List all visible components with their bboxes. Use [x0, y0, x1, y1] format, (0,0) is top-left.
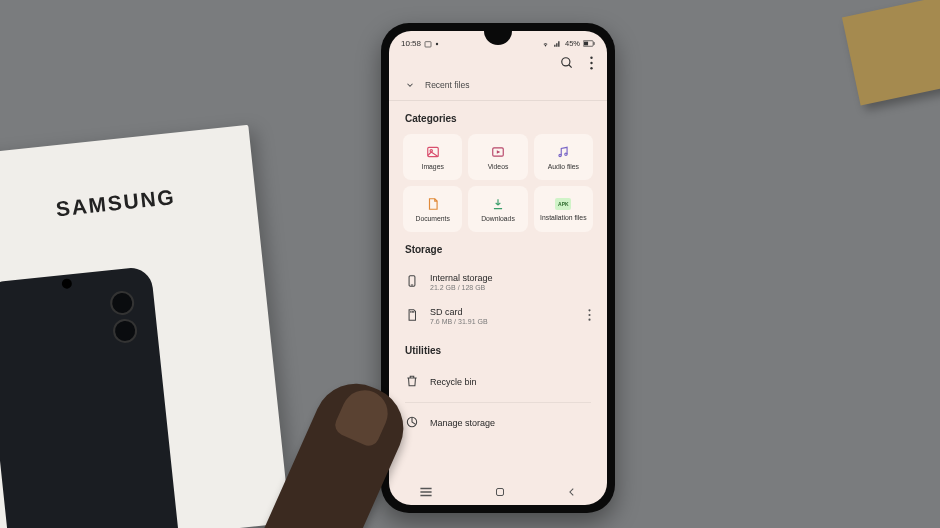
svg-point-14 [559, 154, 561, 156]
apk-icon: APK [555, 198, 571, 210]
svg-point-21 [588, 309, 590, 311]
status-time: 10:58 [401, 39, 421, 48]
nav-recent-button[interactable] [419, 486, 433, 500]
recent-files-label: Recent files [425, 80, 469, 90]
dot-icon [435, 42, 439, 46]
battery-icon [583, 40, 595, 47]
search-button[interactable] [560, 56, 574, 70]
wooden-block [842, 0, 940, 105]
svg-line-6 [569, 65, 572, 68]
svg-point-9 [590, 67, 592, 69]
phone-screen: 10:58 45% Recent files [389, 31, 607, 505]
category-label: Audio files [548, 163, 579, 170]
svg-point-22 [588, 313, 590, 315]
storage-internal[interactable]: Internal storage 21.2 GB / 128 GB [389, 265, 607, 299]
utility-label: Recycle bin [430, 377, 477, 387]
category-videos[interactable]: Videos [468, 134, 527, 180]
audio-icon [556, 145, 570, 159]
signal-icon [553, 40, 562, 48]
storage-sdcard[interactable]: SD card 7.6 MB / 31.91 GB [389, 299, 607, 333]
utilities-title: Utilities [389, 333, 607, 366]
category-label: Documents [415, 215, 449, 222]
svg-point-5 [562, 58, 570, 66]
navigation-bar [389, 481, 607, 505]
svg-point-1 [436, 42, 438, 44]
recent-files-row[interactable]: Recent files [389, 76, 607, 101]
categories-title: Categories [389, 101, 607, 134]
category-label: Videos [488, 163, 509, 170]
document-icon [426, 197, 440, 211]
svg-rect-28 [496, 489, 503, 496]
sdcard-more-button[interactable] [588, 309, 591, 324]
category-images[interactable]: Images [403, 134, 462, 180]
category-documents[interactable]: Documents [403, 186, 462, 232]
battery-percent: 45% [565, 39, 580, 48]
svg-rect-0 [425, 41, 431, 46]
more-vert-icon [590, 56, 593, 70]
category-audio[interactable]: Audio files [534, 134, 593, 180]
home-icon [494, 486, 506, 498]
svg-rect-4 [594, 42, 595, 45]
svg-marker-13 [497, 150, 501, 154]
category-downloads[interactable]: Downloads [468, 186, 527, 232]
utility-manage-storage[interactable]: Manage storage [389, 407, 607, 439]
more-button[interactable] [590, 56, 593, 70]
storage-label: Internal storage [430, 273, 493, 283]
video-icon [491, 145, 505, 159]
samsung-logo: SAMSUNG [55, 185, 177, 221]
category-label: Downloads [481, 215, 515, 222]
search-icon [560, 56, 574, 70]
more-vert-icon [588, 309, 591, 321]
sdcard-icon [405, 308, 419, 324]
svg-point-15 [565, 153, 567, 155]
utility-recycle-bin[interactable]: Recycle bin [389, 366, 607, 398]
category-label: Images [422, 163, 444, 170]
category-installation[interactable]: APK Installation files [534, 186, 593, 232]
nav-back-button[interactable] [567, 486, 577, 500]
storage-sub: 21.2 GB / 128 GB [430, 284, 493, 291]
utility-label: Manage storage [430, 418, 495, 428]
svg-point-23 [588, 318, 590, 320]
recent-icon [419, 486, 433, 498]
svg-point-7 [590, 57, 592, 59]
calendar-icon [424, 40, 432, 48]
wifi-icon [541, 40, 550, 48]
download-icon [491, 197, 505, 211]
storage-title: Storage [389, 232, 607, 265]
box-phone-render [0, 266, 182, 528]
storage-sub: 7.6 MB / 31.91 GB [430, 318, 488, 325]
samsung-retail-box: SAMSUNG [0, 125, 290, 528]
category-label: Installation files [540, 214, 586, 221]
chevron-down-icon [405, 80, 415, 90]
divider [405, 402, 591, 403]
phone-icon [405, 274, 419, 290]
image-icon [426, 145, 440, 159]
back-icon [567, 486, 577, 498]
app-header [389, 52, 607, 76]
storage-label: SD card [430, 307, 488, 317]
trash-icon [405, 374, 419, 390]
categories-grid: Images Videos Audio files Documents Down… [389, 134, 607, 232]
pie-icon [405, 415, 419, 431]
svg-point-8 [590, 62, 592, 64]
phone-device: 10:58 45% Recent files [381, 23, 615, 513]
nav-home-button[interactable] [494, 486, 506, 500]
svg-rect-3 [584, 42, 588, 46]
